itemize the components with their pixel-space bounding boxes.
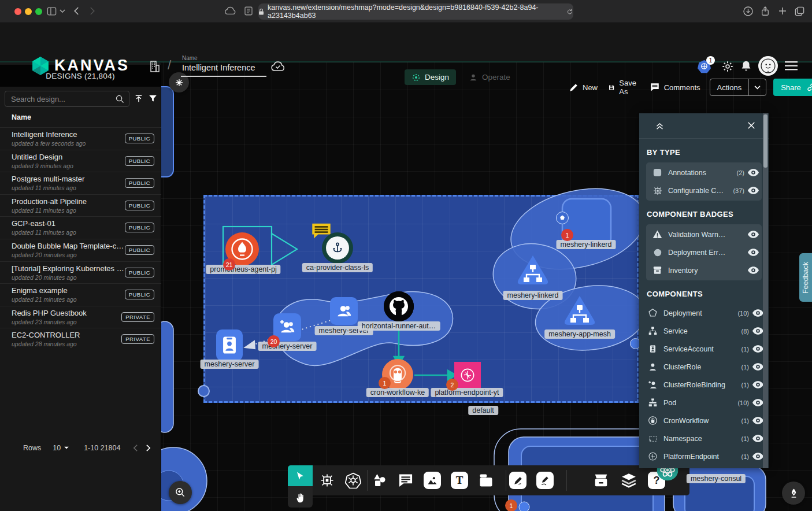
- search-input[interactable]: [5, 91, 129, 107]
- chevron-down-icon[interactable]: [749, 86, 766, 90]
- save-as-button[interactable]: Save As: [608, 79, 639, 96]
- node-meshery-linkerd-service[interactable]: [514, 253, 552, 288]
- feedback-tab[interactable]: Feedback: [799, 253, 812, 302]
- node-horizontal-runner-autoscaler[interactable]: [384, 291, 414, 321]
- selection-resize-handle[interactable]: [198, 385, 210, 397]
- shapes-tool[interactable]: [371, 472, 387, 488]
- platform-endpoint-badge[interactable]: 2: [446, 379, 458, 391]
- visibility-eye-icon[interactable]: [744, 169, 762, 176]
- column-header-name[interactable]: Name: [12, 113, 31, 121]
- import-design-icon[interactable]: [134, 94, 144, 104]
- list-item[interactable]: Production-alt Pipelineupdated 11 minute…: [0, 194, 161, 217]
- drawer-tool[interactable]: [593, 472, 610, 489]
- list-item[interactable]: Untitled Designupdated 9 minutes agoPUBL…: [0, 150, 161, 172]
- design-name-input[interactable]: Intelligent Inference: [182, 63, 255, 72]
- address-bar[interactable]: kanvas.new/extension/meshmap?mode=design…: [258, 3, 573, 20]
- panel-row-inventory[interactable]: Inventory: [646, 261, 762, 279]
- panel-row-configurable-compon[interactable]: Configurable Compon…(37): [646, 182, 762, 199]
- settings-gear-icon[interactable]: [721, 60, 734, 73]
- list-item[interactable]: GCP-east-01updated 11 minutes agoPUBLIC: [0, 216, 161, 239]
- panel-row-cronworkflow[interactable]: CronWorkflow(1): [642, 412, 766, 429]
- panel-row-clusterrole[interactable]: ClusterRole(1): [642, 358, 766, 376]
- zoom-search-button[interactable]: [169, 481, 192, 504]
- panel-row-service[interactable]: Service(8): [642, 322, 766, 340]
- tab-overview-icon[interactable]: [794, 6, 805, 17]
- panel-row-deployment-errors[interactable]: Deployment Errors: [646, 243, 762, 261]
- visibility-eye-icon[interactable]: [744, 266, 762, 274]
- list-item[interactable]: Postgres multi-masterupdated 11 minutes …: [0, 172, 161, 194]
- layers-tool[interactable]: [620, 472, 637, 489]
- visibility-badge[interactable]: PUBLIC: [125, 245, 154, 255]
- node-meshery-app-mesh-service[interactable]: [561, 294, 599, 328]
- list-item[interactable]: Intelligent Inferenceupdated a few secon…: [0, 127, 161, 150]
- prev-page-icon[interactable]: [133, 444, 138, 452]
- user-avatar[interactable]: [758, 56, 778, 76]
- downloads-icon[interactable]: [743, 6, 754, 17]
- comments-button[interactable]: Comments: [650, 82, 700, 92]
- hamburger-menu-icon[interactable]: [785, 61, 798, 71]
- tab-operate[interactable]: Operate: [462, 69, 517, 85]
- panel-row-platformendpoint[interactable]: PlatformEndpoint(1): [642, 447, 766, 465]
- back-button[interactable]: [72, 6, 82, 16]
- list-item[interactable]: Redis PHP Guestbookupdated 23 minutes ag…: [0, 306, 161, 328]
- sidebar-toggle-icon[interactable]: [46, 6, 57, 17]
- image-tool[interactable]: [424, 472, 441, 489]
- text-tool[interactable]: T: [451, 472, 468, 489]
- visibility-badge[interactable]: PRIVATE: [121, 312, 154, 322]
- search-icon[interactable]: [115, 94, 125, 104]
- cron-workflow-badge[interactable]: 1: [379, 377, 391, 389]
- organization-icon[interactable]: [148, 60, 162, 73]
- filter-icon[interactable]: [148, 94, 158, 103]
- actions-dropdown[interactable]: Actions: [710, 79, 767, 96]
- node-ca-provider-class[interactable]: [322, 232, 353, 264]
- kubernetes-tool[interactable]: [345, 472, 362, 489]
- list-item[interactable]: EC2-CONTROLLERupdated 28 minutes agoPRIV…: [0, 328, 161, 350]
- panel-row-clusterrolebinding[interactable]: ClusterRoleBinding(1): [642, 376, 766, 394]
- visibility-badge[interactable]: PUBLIC: [125, 290, 154, 299]
- list-item[interactable]: Double Bubble Map Template-copyupdated 2…: [0, 239, 161, 261]
- whiteboard-pen-button[interactable]: [782, 482, 805, 505]
- node-meshery-server-clusterrole[interactable]: [330, 297, 358, 325]
- list-item[interactable]: Enigma exampleupdated 21 minutes agoPUBL…: [0, 283, 161, 306]
- node-meshery-server-serviceaccount[interactable]: [216, 329, 243, 361]
- visibility-eye-icon[interactable]: [744, 187, 762, 194]
- screenshot-pen-tool[interactable]: [509, 472, 526, 489]
- pencil-draw-tool[interactable]: [536, 472, 554, 489]
- fullscreen-window-button[interactable]: [35, 8, 42, 15]
- share-button[interactable]: Share: [773, 79, 812, 96]
- visibility-badge[interactable]: PUBLIC: [125, 134, 154, 143]
- visibility-badge[interactable]: PUBLIC: [125, 268, 154, 277]
- panel-row-serviceaccount[interactable]: ServiceAccount(1): [642, 340, 766, 358]
- panel-row-horizontalrunnerautos[interactable]: HorizontalRunnerAutos…(1): [642, 465, 766, 468]
- meshery-server-badge[interactable]: 20: [268, 335, 280, 347]
- rows-per-page-select[interactable]: 10: [53, 444, 61, 452]
- share-icon[interactable]: [760, 6, 770, 17]
- component-tool[interactable]: [319, 472, 335, 488]
- new-button[interactable]: New: [569, 83, 598, 92]
- icloud-icon[interactable]: [224, 6, 236, 15]
- select-tool-active[interactable]: [288, 465, 313, 486]
- sidebar-chevron-icon[interactable]: [60, 9, 65, 13]
- rows-select-caret-icon[interactable]: [64, 446, 69, 450]
- visibility-badge[interactable]: PUBLIC: [125, 223, 154, 232]
- panel-row-annotations[interactable]: Annotations(2): [646, 164, 762, 182]
- minimize-window-button[interactable]: [25, 8, 32, 15]
- close-panel-button[interactable]: [747, 121, 756, 130]
- panel-row-validation-warnings[interactable]: Validation Warnings: [646, 225, 762, 243]
- pan-hand-tool[interactable]: [288, 486, 313, 508]
- reload-icon[interactable]: [566, 8, 573, 16]
- list-item[interactable]: [Tutorial] Exploring Kubernetes Podupdat…: [0, 261, 161, 284]
- forward-button[interactable]: [87, 6, 97, 16]
- collapse-panel-button[interactable]: [655, 121, 665, 131]
- meshery-linkerd-badge[interactable]: 1: [561, 229, 573, 241]
- prometheus-warning-badge[interactable]: 21: [223, 258, 235, 271]
- visibility-badge[interactable]: PUBLIC: [125, 156, 154, 166]
- visibility-badge[interactable]: PUBLIC: [125, 178, 154, 188]
- reader-view-icon[interactable]: [243, 6, 254, 16]
- panel-row-pod[interactable]: Pod(10): [642, 394, 766, 412]
- comment-tool[interactable]: [398, 472, 414, 488]
- bottom-design-badge[interactable]: 1: [505, 499, 517, 511]
- next-page-icon[interactable]: [146, 444, 151, 452]
- tab-design[interactable]: Design: [405, 69, 456, 85]
- visibility-badge[interactable]: PRIVATE: [121, 334, 154, 344]
